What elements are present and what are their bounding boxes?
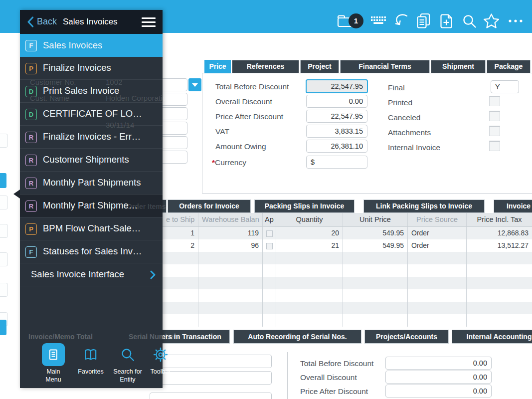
sidebar-header: Back Sales Invoices bbox=[20, 10, 163, 34]
cell-balance-to-ship[interactable]: 2 bbox=[163, 239, 198, 252]
empty-cell bbox=[263, 314, 276, 327]
tab-packing-slips-in-invoice[interactable]: Packing Slips in Invoice bbox=[254, 200, 355, 213]
tab-internal-accounting[interactable]: Internal Accounting bbox=[452, 330, 532, 344]
menu-item-finalize-invoices[interactable]: P Finalize Invoices bbox=[20, 57, 163, 80]
tab-package[interactable]: Package bbox=[487, 60, 531, 73]
favorites-button[interactable]: Favorites bbox=[73, 343, 109, 376]
empty-cell bbox=[408, 277, 467, 289]
amount-owing-input[interactable] bbox=[306, 140, 367, 153]
empty-cell bbox=[408, 289, 467, 302]
cell-price-source[interactable]: Order bbox=[408, 227, 467, 239]
keyboard-icon[interactable] bbox=[370, 15, 387, 26]
cell-warehouse-balance[interactable]: 96 bbox=[198, 239, 263, 252]
menu-item-bpm-flow-chart[interactable]: P BPM Flow Chart-Sale… bbox=[20, 217, 163, 240]
ghost-blue-button-fragment bbox=[0, 173, 6, 188]
currency-input[interactable] bbox=[306, 156, 367, 169]
cell-approved[interactable] bbox=[263, 227, 276, 239]
column-header[interactable]: Ap bbox=[263, 213, 276, 226]
table-row[interactable]: 2 96 21 549.95 Order 13,512.27 bbox=[163, 239, 532, 252]
form-divider bbox=[287, 352, 288, 399]
menu-item-certificate[interactable]: D CERTIFICATE OF LO… bbox=[20, 103, 163, 126]
tab-project[interactable]: Project bbox=[300, 60, 339, 73]
form-type-icon: F bbox=[25, 246, 37, 258]
overall-discount-input[interactable] bbox=[306, 95, 367, 108]
printed-checkbox[interactable] bbox=[489, 96, 500, 106]
table-empty-row bbox=[163, 264, 532, 277]
menu-item-finalize-invoices-err[interactable]: R Finalize Invoices - Err… bbox=[20, 126, 163, 149]
row-checkbox[interactable] bbox=[266, 230, 273, 237]
column-header[interactable]: e to Ship bbox=[163, 213, 198, 226]
cell-price-source[interactable]: Order bbox=[408, 239, 467, 252]
form-type-icon: D bbox=[25, 86, 37, 97]
cell-approved[interactable] bbox=[263, 239, 276, 252]
tab-shipment[interactable]: Shipment bbox=[431, 60, 486, 73]
total-before-discount-input[interactable] bbox=[306, 79, 368, 93]
tab-orders-for-invoice[interactable]: Orders for Invoice bbox=[168, 200, 251, 213]
tab-link-packing-slips[interactable]: Link Packing Slips to Invoice bbox=[363, 200, 485, 213]
tab-references[interactable]: References bbox=[232, 60, 299, 73]
menu-item-sales-invoice-interface[interactable]: Sales Invoice Interface bbox=[20, 263, 163, 286]
cell-balance-to-ship[interactable]: 1 bbox=[163, 227, 198, 239]
cell-quantity[interactable]: 21 bbox=[276, 239, 343, 252]
tab-price[interactable]: Price bbox=[204, 60, 231, 73]
table-row[interactable]: 1 119 20 549.95 Order 12,868.83 bbox=[163, 227, 532, 239]
attachments-checkbox[interactable] bbox=[489, 126, 500, 136]
menu-item-statuses-sales-inv[interactable]: F Statuses for Sales Inv… bbox=[20, 240, 163, 263]
empty-cell bbox=[163, 277, 198, 289]
search-icon[interactable] bbox=[462, 13, 477, 29]
cell-quantity[interactable]: 20 bbox=[276, 227, 343, 239]
column-header[interactable]: Price Source bbox=[408, 213, 467, 226]
more-icon[interactable] bbox=[508, 18, 524, 23]
column-header[interactable]: Warehouse Balan bbox=[198, 213, 263, 226]
copy-document-icon[interactable] bbox=[416, 13, 431, 29]
menu-item-print-sales-invoice[interactable]: D Print Sales Invoice bbox=[20, 80, 163, 103]
vat-input[interactable] bbox=[306, 125, 367, 138]
internal-invoice-checkbox[interactable] bbox=[489, 141, 500, 151]
dropdown-button[interactable] bbox=[188, 78, 201, 91]
final-input[interactable] bbox=[491, 80, 519, 93]
column-header[interactable]: Price Incl. Tax bbox=[467, 213, 532, 226]
menu-item-monthly-part-shipme[interactable]: R Monthly Part Shipme… bbox=[20, 195, 163, 217]
search-entity-button[interactable]: Search for Entity bbox=[108, 343, 148, 384]
column-header[interactable]: Unit Price bbox=[343, 213, 408, 226]
tab-invoice[interactable]: Invoice bbox=[494, 200, 532, 213]
tab-financial-terms[interactable]: Financial Terms bbox=[340, 60, 430, 73]
ghost-input-fragment bbox=[0, 134, 8, 148]
bottom-left-field-3[interactable] bbox=[150, 393, 272, 399]
tab-projects-accounts[interactable]: Projects/Accounts bbox=[364, 330, 449, 344]
menu-item-customer-shipments[interactable]: R Customer Shipments bbox=[20, 149, 163, 172]
cell-warehouse-balance[interactable]: 119 bbox=[198, 227, 263, 239]
tab-auto-recording-serial-nos[interactable]: Auto Recording of Serial Nos. bbox=[233, 330, 361, 344]
star-icon[interactable] bbox=[483, 13, 500, 29]
cell-unit-price[interactable]: 549.95 bbox=[343, 227, 408, 239]
overall-discount-2-input[interactable] bbox=[385, 371, 492, 384]
undo-arrow-icon[interactable] bbox=[393, 13, 409, 28]
back-chevron-icon[interactable] bbox=[27, 16, 34, 27]
menu-item-monthly-part-shipments[interactable]: R Monthly Part Shipments bbox=[20, 172, 163, 195]
empty-cell bbox=[408, 252, 467, 264]
empty-cell bbox=[467, 277, 532, 289]
total-before-discount-2-input[interactable] bbox=[385, 357, 492, 370]
empty-cell bbox=[467, 252, 532, 264]
row-checkbox[interactable] bbox=[266, 243, 273, 249]
main-menu-button[interactable]: Main Menu bbox=[32, 343, 75, 384]
toolbar-button[interactable]: Toolbar bbox=[145, 343, 177, 376]
add-document-icon[interactable] bbox=[439, 13, 454, 29]
field-label: Internal Invoice bbox=[388, 143, 440, 152]
back-button[interactable]: Back bbox=[37, 16, 57, 27]
column-header[interactable]: Quantity bbox=[276, 213, 343, 226]
record-count-badge: 1 bbox=[349, 13, 363, 28]
canceled-checkbox[interactable] bbox=[489, 111, 500, 121]
price-after-discount-2-input[interactable] bbox=[385, 385, 492, 398]
field-label: Printed bbox=[388, 98, 412, 107]
cell-price-incl-tax[interactable]: 13,512.27 bbox=[467, 239, 532, 252]
empty-cell bbox=[276, 314, 343, 327]
hamburger-icon[interactable] bbox=[142, 17, 156, 27]
favorites-book-icon bbox=[79, 343, 102, 366]
cell-unit-price[interactable]: 549.95 bbox=[343, 239, 408, 252]
cell-price-incl-tax[interactable]: 12,868.83 bbox=[467, 227, 532, 239]
form-type-icon: R bbox=[25, 132, 37, 143]
price-after-discount-input[interactable] bbox=[306, 110, 367, 123]
menu-item-sales-invoices[interactable]: F Sales Invoices bbox=[20, 34, 163, 57]
form-type-icon: P bbox=[25, 63, 37, 74]
